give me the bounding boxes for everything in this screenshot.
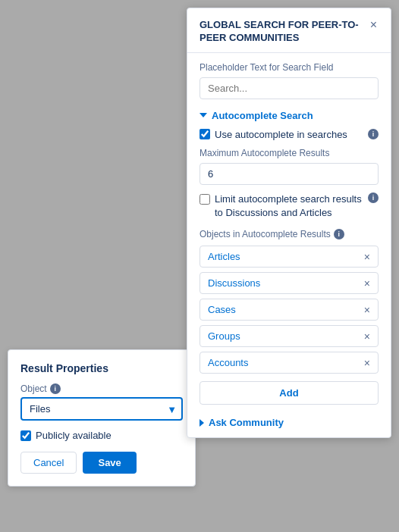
left-panel-title: Result Properties: [20, 362, 183, 374]
tag-label: Accounts: [208, 357, 248, 368]
ask-community-label: Ask Community: [209, 417, 284, 428]
object-field-label: Object i: [20, 383, 183, 394]
tag-item: Discussions ×: [200, 272, 379, 294]
tag-item: Cases ×: [200, 299, 379, 321]
use-autocomplete-checkbox[interactable]: [200, 129, 210, 139]
tag-remove-button[interactable]: ×: [364, 278, 370, 289]
max-results-input[interactable]: [200, 163, 379, 185]
expand-icon: [200, 419, 204, 427]
limit-label: Limit autocomplete search results to Dis…: [215, 192, 363, 220]
publicly-available-checkbox[interactable]: [20, 430, 31, 441]
limit-checkbox[interactable]: [200, 194, 210, 205]
close-button[interactable]: ×: [369, 19, 379, 31]
tag-remove-button[interactable]: ×: [364, 358, 370, 368]
global-search-panel: GLOBAL SEARCH FOR PEER-TO-PEER COMMUNITI…: [187, 8, 391, 438]
add-button[interactable]: Add: [200, 381, 379, 405]
use-autocomplete-row: Use autocomplete in searches i: [200, 129, 379, 140]
autocomplete-info-icon[interactable]: i: [368, 129, 379, 139]
action-buttons: Cancel Save: [20, 452, 183, 474]
result-properties-panel: Result Properties Object i Files Article…: [8, 349, 196, 487]
search-input[interactable]: [200, 77, 379, 99]
tags-list: Articles × Discussions × Cases × Groups …: [200, 246, 379, 374]
objects-label: Objects in Autocomplete Results i: [200, 229, 379, 239]
autocomplete-section-header[interactable]: Autocomplete Search: [200, 110, 379, 121]
panel-header: GLOBAL SEARCH FOR PEER-TO-PEER COMMUNITI…: [187, 8, 391, 53]
object-info-icon[interactable]: i: [50, 383, 61, 394]
tag-remove-button[interactable]: ×: [364, 252, 370, 262]
collapse-icon: [200, 113, 207, 117]
tag-label: Articles: [208, 251, 240, 262]
use-autocomplete-label: Use autocomplete in searches: [215, 129, 363, 140]
tag-item: Articles ×: [200, 246, 379, 268]
limit-row: Limit autocomplete search results to Dis…: [200, 192, 379, 220]
ask-community-section[interactable]: Ask Community: [200, 414, 379, 428]
tag-item: Groups ×: [200, 325, 379, 347]
tag-item: Accounts ×: [200, 352, 379, 374]
save-button[interactable]: Save: [83, 452, 136, 474]
tag-remove-button[interactable]: ×: [364, 331, 370, 342]
tag-label: Discussions: [208, 277, 260, 289]
tag-label: Cases: [208, 304, 236, 315]
search-placeholder-label: Placeholder Text for Search Field: [200, 62, 379, 73]
max-results-label: Maximum Autocomplete Results: [200, 148, 379, 158]
panel-body: Placeholder Text for Search Field Autoco…: [187, 53, 391, 437]
autocomplete-section-title: Autocomplete Search: [212, 110, 313, 121]
objects-info-icon[interactable]: i: [334, 229, 344, 239]
object-select-wrapper: Files Articles Discussions ▼: [20, 397, 183, 421]
publicly-available-label: Publicly available: [36, 430, 112, 441]
tag-label: Groups: [208, 330, 240, 342]
publicly-available-row: Publicly available: [20, 430, 183, 441]
object-select[interactable]: Files Articles Discussions: [20, 397, 183, 421]
limit-info-icon[interactable]: i: [368, 192, 379, 203]
tag-remove-button[interactable]: ×: [364, 305, 370, 315]
cancel-button[interactable]: Cancel: [20, 452, 77, 474]
panel-title: GLOBAL SEARCH FOR PEER-TO-PEER COMMUNITI…: [200, 19, 369, 45]
